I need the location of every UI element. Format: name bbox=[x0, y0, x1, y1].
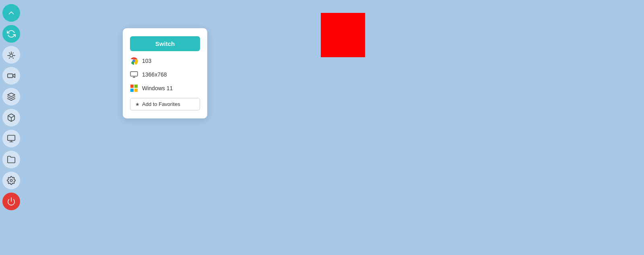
windows-icon bbox=[130, 84, 138, 92]
svg-point-7 bbox=[10, 179, 12, 182]
svg-marker-2 bbox=[8, 93, 15, 97]
layers-button[interactable] bbox=[2, 88, 20, 106]
cube-button[interactable] bbox=[2, 109, 20, 126]
bug-button[interactable] bbox=[2, 46, 20, 64]
monitor-icon bbox=[130, 70, 138, 79]
svg-point-0 bbox=[10, 54, 12, 57]
cube-icon bbox=[7, 113, 16, 122]
add-to-favorites-label: Add to Favorites bbox=[142, 101, 180, 107]
folder-button[interactable] bbox=[2, 151, 20, 168]
collapse-button[interactable] bbox=[2, 4, 20, 22]
resolution-row: 1366x768 bbox=[130, 70, 200, 79]
power-button[interactable] bbox=[2, 193, 20, 210]
desktop-icon bbox=[7, 134, 16, 143]
svg-rect-4 bbox=[8, 135, 15, 141]
bug-icon bbox=[7, 50, 16, 59]
folder-icon bbox=[7, 155, 16, 164]
star-icon: ★ bbox=[135, 102, 140, 107]
sync-button[interactable] bbox=[2, 25, 20, 43]
browser-info-row: 103 bbox=[130, 57, 200, 65]
video-button[interactable] bbox=[2, 67, 20, 85]
popup-card: Switch 103 1366x768 bbox=[123, 28, 207, 118]
svg-rect-1 bbox=[8, 74, 13, 77]
add-to-favorites-button[interactable]: ★ Add to Favorites bbox=[130, 98, 200, 110]
settings-icon bbox=[7, 176, 16, 185]
chrome-icon bbox=[130, 57, 138, 65]
svg-rect-11 bbox=[130, 72, 138, 76]
os-row: Windows 11 bbox=[130, 84, 200, 92]
switch-button[interactable]: Switch bbox=[130, 36, 200, 51]
desktop-button[interactable] bbox=[2, 130, 20, 147]
sidebar bbox=[0, 0, 23, 255]
browser-version: 103 bbox=[142, 58, 151, 64]
svg-point-10 bbox=[133, 60, 135, 62]
video-icon bbox=[7, 71, 16, 80]
chevron-up-icon bbox=[7, 8, 16, 17]
settings-button[interactable] bbox=[2, 172, 20, 189]
red-rectangle bbox=[321, 13, 365, 57]
resolution-value: 1366x768 bbox=[142, 71, 167, 78]
power-icon bbox=[7, 197, 16, 206]
sync-icon bbox=[7, 29, 16, 38]
os-value: Windows 11 bbox=[142, 85, 173, 91]
layers-icon bbox=[7, 92, 16, 101]
